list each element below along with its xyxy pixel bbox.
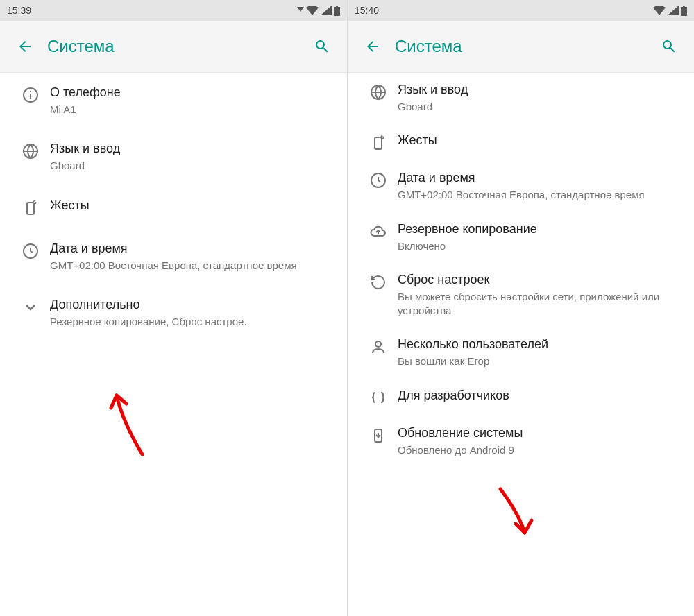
- back-button[interactable]: [11, 33, 39, 60]
- item-subtitle: Mi A1: [50, 103, 336, 117]
- gesture-icon: [11, 198, 50, 216]
- svg-rect-11: [375, 137, 382, 149]
- app-bar: Система: [0, 21, 347, 73]
- item-title: Для разработчиков: [398, 388, 683, 403]
- page-title: Система: [47, 37, 308, 56]
- status-time: 15:40: [355, 5, 379, 16]
- settings-item-reset[interactable]: Сброс настроек Вы можете сбросить настро…: [348, 263, 694, 328]
- item-title: Дата и время: [50, 241, 336, 256]
- gesture-icon: [359, 133, 398, 151]
- search-button[interactable]: [655, 33, 683, 60]
- item-title: Жесты: [50, 198, 336, 213]
- svg-rect-1: [336, 6, 338, 7]
- item-subtitle: Вы вошли как Егор: [398, 354, 683, 368]
- clock-icon: [359, 171, 398, 202]
- dropdown-icon: [297, 7, 304, 14]
- settings-item-multiple-users[interactable]: Несколько пользователей Вы вошли как Его…: [348, 327, 694, 378]
- item-subtitle: Резервное копирование, Сброс настрое..: [50, 315, 336, 329]
- wifi-icon: [306, 6, 319, 15]
- clock-icon: [11, 241, 50, 273]
- item-title: Жесты: [398, 133, 683, 148]
- item-title: Язык и ввод: [50, 142, 336, 156]
- svg-rect-4: [30, 91, 31, 92]
- item-subtitle: Gboard: [398, 100, 683, 114]
- signal-icon: [321, 6, 332, 15]
- search-icon: [314, 38, 330, 55]
- settings-item-about-phone[interactable]: О телефоне Mi A1: [0, 73, 347, 129]
- item-title: О телефоне: [50, 85, 336, 100]
- status-icons: [297, 6, 340, 16]
- svg-rect-6: [27, 203, 34, 214]
- settings-item-backup[interactable]: Резервное копирование Включено: [348, 212, 694, 263]
- item-title: Обновление системы: [398, 426, 683, 440]
- globe-icon: [359, 83, 398, 114]
- item-title: Дополнительно: [50, 298, 336, 312]
- settings-item-date-time[interactable]: Дата и время GMT+02:00 Восточная Европа,…: [348, 161, 694, 212]
- settings-item-advanced[interactable]: Дополнительно Резервное копирование, Сбр…: [0, 285, 347, 341]
- chevron-down-icon: [11, 298, 50, 329]
- svg-point-13: [375, 341, 381, 347]
- item-title: Язык и ввод: [398, 83, 683, 97]
- svg-rect-0: [334, 7, 340, 16]
- settings-list: О телефоне Mi A1 Язык и ввод Gboard Же: [0, 73, 347, 616]
- status-bar: 15:39: [0, 0, 347, 21]
- users-icon: [359, 337, 398, 368]
- item-title: Дата и время: [398, 171, 683, 185]
- settings-item-date-time[interactable]: Дата и время GMT+02:00 Восточная Европа,…: [0, 229, 347, 285]
- arrow-back-icon: [17, 38, 33, 55]
- info-icon: [11, 85, 50, 117]
- settings-item-language-input[interactable]: Язык и ввод Gboard: [348, 73, 694, 123]
- settings-item-system-update[interactable]: Обновление системы Обновлено до Android …: [348, 416, 694, 467]
- arrow-back-icon: [364, 38, 381, 55]
- item-subtitle: GMT+02:00 Восточная Европа, стандартное …: [398, 188, 683, 202]
- globe-icon: [11, 142, 50, 173]
- app-bar: Система: [348, 21, 694, 73]
- svg-rect-3: [30, 94, 31, 99]
- item-subtitle: Обновлено до Android 9: [398, 443, 683, 457]
- settings-item-language-input[interactable]: Язык и ввод Gboard: [0, 129, 347, 185]
- braces-icon: [359, 388, 398, 407]
- settings-item-developer-options[interactable]: Для разработчиков: [348, 379, 694, 416]
- svg-rect-9: [683, 6, 685, 7]
- dual-screenshot-container: 15:39 Система О телефон: [0, 0, 694, 616]
- item-title: Сброс настроек: [398, 273, 683, 287]
- screen-right: 15:40 Система Язык и ввод: [347, 0, 694, 616]
- status-bar: 15:40: [348, 0, 694, 21]
- item-subtitle: Вы можете сбросить настройки сети, прило…: [398, 290, 683, 318]
- settings-list: Язык и ввод Gboard Жесты Дата и время: [348, 73, 694, 616]
- battery-icon: [681, 6, 687, 16]
- battery-icon: [334, 6, 340, 16]
- item-subtitle: GMT+02:00 Восточная Европа, стандартное …: [50, 259, 336, 273]
- screen-left: 15:39 Система О телефон: [0, 0, 347, 616]
- item-subtitle: Включено: [398, 239, 683, 253]
- item-subtitle: Gboard: [50, 159, 336, 173]
- svg-rect-8: [681, 7, 687, 16]
- search-button[interactable]: [308, 33, 336, 60]
- reset-icon: [359, 273, 398, 318]
- backup-icon: [359, 222, 398, 253]
- back-button[interactable]: [359, 33, 387, 60]
- status-icons: [653, 6, 687, 16]
- item-title: Несколько пользователей: [398, 337, 683, 352]
- wifi-icon: [653, 6, 666, 15]
- status-time: 15:39: [7, 5, 31, 16]
- signal-icon: [668, 6, 679, 15]
- item-title: Резервное копирование: [398, 222, 683, 237]
- page-title: Система: [395, 37, 655, 56]
- settings-item-gestures[interactable]: Жесты: [348, 123, 694, 161]
- settings-item-gestures[interactable]: Жесты: [0, 186, 347, 229]
- search-icon: [661, 38, 677, 55]
- update-icon: [359, 426, 398, 457]
